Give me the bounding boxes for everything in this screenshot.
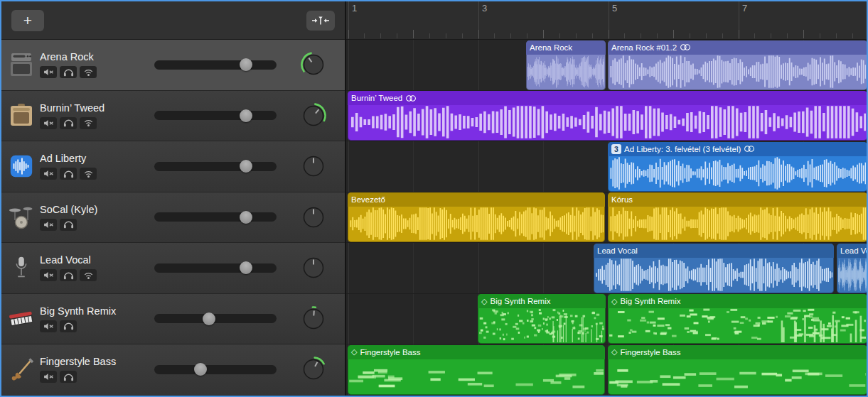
track-buttons bbox=[40, 320, 136, 332]
mute-button[interactable] bbox=[40, 117, 57, 129]
region-big-synth-remix-2[interactable]: ◇ Big Synth Remix bbox=[608, 294, 867, 344]
input-monitoring-icon bbox=[83, 271, 94, 280]
pan-knob[interactable] bbox=[299, 254, 328, 282]
track-header-ad-liberty[interactable]: Ad Liberty bbox=[1, 141, 345, 192]
headphones-icon bbox=[63, 220, 74, 229]
lane-ad-liberty: 3 Ad Liberty: 3. felvétel (3 felvétel) bbox=[346, 141, 867, 192]
region-body bbox=[349, 207, 604, 241]
track-header-socal-kyle[interactable]: SoCal (Kyle) bbox=[1, 192, 345, 244]
headphones-icon bbox=[63, 68, 74, 77]
pan-knob[interactable] bbox=[299, 305, 328, 333]
beat-ruler[interactable]: 1 3 5 7 bbox=[346, 1, 867, 40]
audio-waveform bbox=[838, 258, 867, 292]
region-body bbox=[609, 359, 866, 393]
volume-slider[interactable] bbox=[154, 162, 277, 171]
mute-button[interactable] bbox=[40, 269, 57, 281]
track-header-arena-rock[interactable]: Arena Rock bbox=[1, 40, 345, 91]
region-arena-rock-2[interactable]: Arena Rock #01.2 bbox=[608, 40, 867, 90]
region-burnin-tweed[interactable]: Burnin’ Tweed bbox=[348, 91, 867, 141]
diamond-icon: ◇ bbox=[351, 348, 357, 356]
track-header-fingerstyle-bass[interactable]: Fingerstyle Bass bbox=[1, 344, 345, 396]
region-arena-rock-1[interactable]: Arena Rock bbox=[526, 40, 606, 90]
solo-button[interactable] bbox=[60, 371, 77, 383]
track-name: Arena Rock bbox=[40, 51, 136, 62]
add-track-button[interactable]: + bbox=[11, 10, 44, 31]
microphone-icon bbox=[6, 251, 37, 284]
region-label: Big Synth Remix bbox=[620, 297, 680, 305]
solo-button[interactable] bbox=[60, 117, 77, 129]
volume-slider[interactable] bbox=[154, 212, 277, 222]
mute-button[interactable] bbox=[40, 66, 57, 78]
solo-button[interactable] bbox=[60, 66, 77, 78]
pan-knob[interactable] bbox=[299, 152, 328, 180]
solo-button[interactable] bbox=[60, 320, 77, 332]
solo-button[interactable] bbox=[60, 168, 77, 180]
track-main: Arena Rock bbox=[40, 51, 136, 78]
region-lead-vocal-1[interactable]: Lead Vocal bbox=[594, 244, 834, 293]
region-header: ◇ Fingerstyle Bass bbox=[608, 345, 867, 359]
volume-slider[interactable] bbox=[154, 60, 277, 70]
region-ad-liberty[interactable]: 3 Ad Liberty: 3. felvétel (3 felvétel) bbox=[608, 142, 867, 192]
volume-thumb[interactable] bbox=[203, 312, 215, 325]
ruler-mark: 1 bbox=[352, 3, 357, 13]
audio-waveform bbox=[527, 55, 604, 89]
region-fingerstyle-bass-2[interactable]: ◇ Fingerstyle Bass bbox=[608, 345, 867, 395]
audio-waveform bbox=[349, 105, 866, 139]
region-label: Fingerstyle Bass bbox=[360, 348, 420, 357]
mute-button[interactable] bbox=[40, 371, 57, 383]
region-korus[interactable]: Kórus bbox=[608, 192, 867, 242]
diamond-icon: ◇ bbox=[611, 348, 617, 356]
region-label: Lead Vocal bbox=[840, 246, 867, 255]
region-body bbox=[838, 258, 867, 292]
lane-socal-kyle: Bevezető Kórus bbox=[346, 192, 867, 244]
track-name: Big Synth Remix bbox=[40, 305, 136, 317]
input-monitoring-icon bbox=[83, 68, 94, 77]
mute-button[interactable] bbox=[40, 168, 57, 180]
region-bevezeto[interactable]: Bevezető bbox=[348, 192, 605, 242]
synth-keyboard-icon bbox=[6, 303, 37, 335]
input-monitoring-button[interactable] bbox=[80, 117, 97, 129]
volume-thumb[interactable] bbox=[240, 109, 252, 122]
track-header-burnin-tweed[interactable]: Burnin’ Tweed bbox=[1, 91, 345, 142]
pan-knob[interactable] bbox=[299, 102, 328, 130]
catch-playhead-icon bbox=[311, 16, 330, 26]
pan-knob[interactable] bbox=[299, 203, 328, 232]
volume-thumb[interactable] bbox=[240, 211, 252, 224]
solo-button[interactable] bbox=[60, 219, 77, 231]
track-buttons bbox=[40, 66, 136, 78]
input-monitoring-button[interactable] bbox=[80, 168, 97, 180]
volume-slider[interactable] bbox=[154, 111, 277, 120]
track-main: Fingerstyle Bass bbox=[40, 356, 136, 383]
stereo-circles-icon bbox=[405, 94, 417, 102]
bass-guitar-icon bbox=[6, 353, 37, 386]
take-number-badge: 3 bbox=[611, 144, 621, 154]
region-label: Big Synth Remix bbox=[490, 297, 550, 305]
catch-playhead-button[interactable] bbox=[306, 11, 335, 31]
track-name: SoCal (Kyle) bbox=[40, 204, 136, 215]
region-lead-vocal-2[interactable]: Lead Vocal bbox=[837, 244, 867, 293]
region-label: Lead Vocal bbox=[597, 246, 638, 255]
mute-button[interactable] bbox=[40, 320, 57, 332]
volume-thumb[interactable] bbox=[240, 261, 252, 274]
region-fingerstyle-bass-1[interactable]: ◇ Fingerstyle Bass bbox=[348, 345, 605, 395]
track-header-lead-vocal[interactable]: Lead Vocal bbox=[1, 243, 345, 294]
volume-thumb[interactable] bbox=[194, 363, 207, 376]
region-body bbox=[609, 207, 866, 241]
region-big-synth-remix-1[interactable]: ◇ Big Synth Remix bbox=[478, 294, 606, 344]
pan-knob[interactable] bbox=[299, 355, 328, 384]
input-monitoring-button[interactable] bbox=[80, 269, 97, 281]
volume-slider[interactable] bbox=[154, 263, 277, 273]
pan-knob[interactable] bbox=[299, 50, 328, 79]
track-buttons bbox=[40, 371, 136, 383]
mute-button[interactable] bbox=[40, 219, 57, 231]
region-label: Burnin’ Tweed bbox=[351, 94, 402, 102]
volume-thumb[interactable] bbox=[240, 58, 252, 71]
speaker-mute-icon bbox=[43, 221, 54, 229]
input-monitoring-button[interactable] bbox=[80, 66, 97, 78]
speaker-mute-icon bbox=[43, 271, 54, 279]
volume-slider[interactable] bbox=[154, 365, 277, 374]
volume-slider[interactable] bbox=[154, 314, 277, 323]
track-header-big-synth-remix[interactable]: Big Synth Remix bbox=[1, 294, 345, 345]
volume-thumb[interactable] bbox=[240, 160, 252, 173]
solo-button[interactable] bbox=[60, 269, 77, 281]
